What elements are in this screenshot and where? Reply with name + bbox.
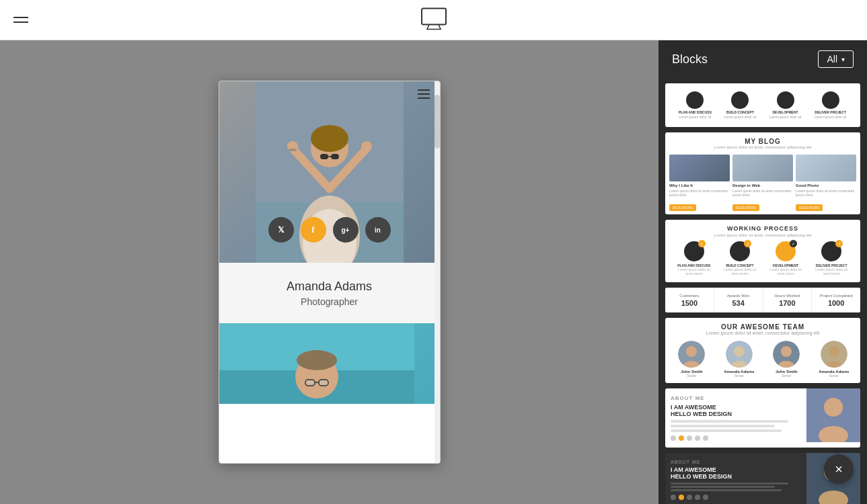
team-member-4: Amanda Adams Senior: [812, 341, 857, 378]
block-card-about-light[interactable]: ABOUT ME I AM AWESOMEHELLO WEB DESIGN: [665, 388, 860, 448]
social-icons-bar: 𝕏 f g+ in: [219, 217, 440, 243]
svg-rect-0: [422, 8, 446, 24]
linkedin-button[interactable]: in: [365, 217, 391, 243]
svg-point-29: [734, 346, 745, 357]
block-card-stats[interactable]: Customers 1500 Awards Won 534 Hours Work…: [665, 288, 860, 312]
hero-section: 𝕏 f g+ in: [219, 81, 440, 263]
stat-projects: Project Completed 1000: [812, 288, 860, 312]
blog-post-3: Good Photo Lorem ipsum dolor sit amet co…: [796, 155, 856, 212]
chevron-down-icon: ▾: [841, 56, 845, 63]
second-preview-card: [219, 323, 440, 404]
mobile-preview: 𝕏 f g+ in Amanda Adams Photographer: [219, 81, 441, 464]
svg-point-35: [829, 346, 839, 357]
close-icon: ×: [835, 462, 843, 477]
svg-rect-14: [320, 154, 328, 159]
svg-rect-22: [305, 380, 315, 386]
name-section: Amanda Adams Photographer: [219, 263, 440, 323]
person-title: Photographer: [301, 296, 358, 307]
blog-read-more-3[interactable]: READ MORE: [796, 204, 823, 211]
app-header: [0, 0, 867, 40]
blocks-sidebar: Blocks All ▾ PLAN AND DISCUSS Lorem ipsu…: [658, 40, 867, 504]
team-members-row: John Smith Studio Amanda Adams Senior Jo…: [665, 338, 860, 383]
blog-title: MY BLOG: [672, 138, 854, 145]
canvas-area: 𝕏 f g+ in Amanda Adams Photographer: [0, 40, 658, 504]
block-card-working-process[interactable]: WORKING PROCESS Lorem ipsum dolor sit am…: [665, 220, 860, 282]
stat-awards: Awards Won 534: [714, 288, 763, 312]
mobile-header: [219, 81, 440, 107]
team-member-2: Amanda Adams Senior: [717, 341, 762, 378]
person-name: Amanda Adams: [287, 280, 372, 294]
dark-about-title: I AM AWESOMEHELLO WEB DESIGN: [671, 466, 801, 480]
twitter-button[interactable]: 𝕏: [268, 217, 294, 243]
team-title: OUR AWESOME TEAM: [672, 323, 854, 331]
svg-rect-23: [319, 380, 328, 386]
stats-row: Customers 1500 Awards Won 534 Hours Work…: [665, 288, 860, 312]
main-area: 𝕏 f g+ in Amanda Adams Photographer: [0, 0, 867, 504]
sidebar-title: Blocks: [672, 52, 708, 67]
blog-post-1: Why I Like It Lorem ipsum dolor sit amet…: [669, 155, 730, 212]
block-card-process-top[interactable]: PLAN AND DISCUSS Lorem ipsum dolor sit B…: [665, 83, 860, 127]
svg-line-1: [427, 24, 429, 29]
svg-line-2: [439, 24, 441, 29]
about-label: ABOUT ME: [671, 395, 801, 401]
svg-point-21: [297, 350, 337, 370]
mobile-hamburger-icon[interactable]: [418, 89, 430, 99]
google-plus-button[interactable]: g+: [333, 217, 359, 243]
block-card-team[interactable]: OUR AWESOME TEAM Lorem ipsum dolor sit a…: [665, 318, 860, 383]
blog-read-more-1[interactable]: READ MORE: [669, 204, 696, 211]
block-card-blog[interactable]: MY BLOG Lorem ipsum dolor sit amet, cons…: [665, 132, 860, 214]
stat-customers: Customers 1500: [665, 288, 714, 312]
monitor-icon: [420, 5, 447, 35]
blog-read-more-2[interactable]: READ MORE: [732, 204, 759, 211]
team-member-1: John Smith Studio: [669, 341, 714, 378]
blog-post-2: Design in Web Lorem ipsum dolor sit amet…: [732, 155, 793, 212]
dark-about-label: ABOUT ME: [671, 460, 801, 464]
all-dropdown[interactable]: All ▾: [818, 50, 854, 68]
svg-point-38: [824, 398, 843, 417]
facebook-button[interactable]: f: [301, 217, 326, 243]
hamburger-menu[interactable]: [13, 17, 28, 23]
fab-close-button[interactable]: ×: [824, 454, 854, 484]
mobile-scrollbar[interactable]: [435, 81, 440, 463]
stat-hours: Hours Worked 1700: [763, 288, 813, 312]
sidebar-header: Blocks All ▾: [658, 40, 867, 78]
svg-point-9: [311, 125, 348, 152]
svg-point-13: [361, 141, 372, 152]
team-subtitle: Lorem ipsum dolor sit amet, consectetur …: [672, 331, 854, 335]
svg-point-32: [781, 346, 792, 357]
about-title: I AM AWESOMEHELLO WEB DESIGN: [671, 404, 801, 417]
team-member-3: John Smith Senior: [764, 341, 809, 378]
svg-point-26: [686, 346, 697, 357]
svg-rect-17: [289, 149, 297, 151]
svg-rect-15: [331, 154, 339, 159]
